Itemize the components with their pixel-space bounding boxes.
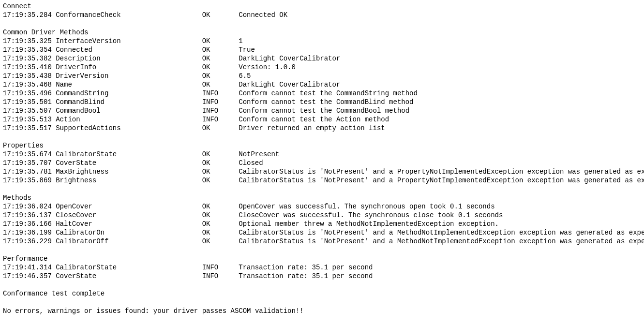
log-status: OK (202, 220, 239, 228)
log-row: 17:19:35.354ConnectedOKTrue (3, 45, 641, 54)
log-status: OK (202, 202, 239, 211)
log-row: 17:19:36.166HaltCoverOKOptional member t… (3, 220, 641, 228)
log-message: Conform cannot test the CommandString me… (239, 89, 418, 97)
log-status: OK (202, 211, 239, 220)
log-row: 17:19:36.199CalibratorOnOKCalibratorStat… (3, 228, 641, 237)
log-timestamp: 17:19:36.137 (3, 211, 56, 220)
log-row: 17:19:36.137CloseCoverOKCloseCover was s… (3, 211, 641, 220)
blank-line (3, 19, 641, 28)
log-message: CalibratorStatus is 'NotPresent' and a P… (239, 168, 644, 176)
log-row: 17:19:35.869BrightnessOKCalibratorStatus… (3, 176, 641, 185)
log-item-name: CalibratorState (56, 263, 202, 272)
log-item-name: CommandBool (56, 106, 202, 115)
log-status: OK (202, 54, 239, 63)
log-row: 17:19:35.468NameOKDarkLight CoverCalibra… (3, 80, 641, 89)
log-item-name: MaxBrightness (56, 167, 202, 176)
blank-line (3, 246, 641, 254)
blank-line (3, 298, 641, 307)
log-timestamp: 17:19:35.501 (3, 98, 56, 106)
blank-line (3, 133, 641, 141)
log-timestamp: 17:19:35.707 (3, 159, 56, 167)
log-status: OK (202, 176, 239, 185)
log-result: No errors, warnings or issues found: you… (3, 307, 641, 315)
log-message: CalibratorStatus is 'NotPresent' and a M… (239, 237, 644, 245)
blank-line (3, 281, 641, 289)
log-timestamp: 17:19:35.496 (3, 89, 56, 98)
log-item-name: SupportedActions (56, 124, 202, 133)
log-row: 17:19:35.501CommandBlindINFOConform cann… (3, 98, 641, 106)
section-header: Properties (3, 141, 641, 150)
log-status: INFO (202, 98, 239, 106)
log-item-name: Name (56, 80, 202, 89)
log-item-name: Description (56, 54, 202, 63)
log-message: Conform cannot test the CommandBlind met… (239, 98, 413, 106)
log-timestamp: 17:19:46.357 (3, 272, 56, 281)
log-row: 17:19:36.024OpenCoverOKOpenCover was suc… (3, 202, 641, 211)
log-row: 17:19:35.284ConformanceCheckOKConnected … (3, 11, 641, 19)
log-item-name: Brightness (56, 176, 202, 185)
log-item-name: DriverVersion (56, 72, 202, 80)
log-item-name: CommandBlind (56, 98, 202, 106)
log-row: 17:19:35.513ActionINFOConform cannot tes… (3, 115, 641, 124)
log-message: Transaction rate: 35.1 per second (239, 272, 373, 280)
log-status: OK (202, 237, 239, 246)
log-status: OK (202, 150, 239, 159)
log-message: OpenCover was successful. The synchronou… (239, 203, 494, 210)
log-timestamp: 17:19:35.325 (3, 37, 56, 45)
log-row: 17:19:35.325InterfaceVersionOK1 (3, 37, 641, 45)
log-item-name: CoverState (56, 159, 202, 167)
log-message: NotPresent (239, 150, 279, 158)
log-timestamp: 17:19:35.781 (3, 167, 56, 176)
log-status: INFO (202, 89, 239, 98)
log-item-name: CalibratorOn (56, 228, 202, 237)
log-timestamp: 17:19:35.517 (3, 124, 56, 133)
log-status: OK (202, 167, 239, 176)
log-item-name: CalibratorOff (56, 237, 202, 246)
log-message: 1 (239, 37, 242, 45)
log-message: CalibratorStatus is 'NotPresent' and a M… (239, 229, 644, 236)
section-header: Performance (3, 254, 641, 263)
log-complete: Conformance test complete (3, 289, 641, 298)
log-row: 17:19:46.357CoverStateINFOTransaction ra… (3, 272, 641, 281)
log-item-name: Action (56, 115, 202, 124)
log-item-name: Connected (56, 45, 202, 54)
log-row: 17:19:35.410DriverInfoOKVersion: 1.0.0 (3, 63, 641, 72)
log-timestamp: 17:19:35.284 (3, 11, 56, 19)
log-message: Version: 1.0.0 (239, 63, 296, 71)
log-item-name: ConformanceCheck (56, 11, 202, 19)
log-status: INFO (202, 263, 239, 272)
log-message: Closed (239, 159, 263, 167)
log-message: Connected OK (239, 11, 287, 19)
log-row: 17:19:36.229CalibratorOffOKCalibratorSta… (3, 237, 641, 246)
log-item-name: HaltCover (56, 220, 202, 228)
log-timestamp: 17:19:36.199 (3, 228, 56, 237)
log-row: 17:19:35.707CoverStateOKClosed (3, 159, 641, 167)
log-row: 17:19:35.382DescriptionOKDarkLight Cover… (3, 54, 641, 63)
log-message: True (239, 46, 255, 54)
log-status: INFO (202, 106, 239, 115)
log-timestamp: 17:19:35.438 (3, 72, 56, 80)
log-row: 17:19:35.438DriverVersionOK6.5 (3, 72, 641, 80)
log-timestamp: 17:19:36.229 (3, 237, 56, 246)
log-item-name: InterfaceVersion (56, 37, 202, 45)
log-message: DarkLight CoverCalibrator (239, 81, 340, 89)
log-status: OK (202, 72, 239, 80)
log-item-name: DriverInfo (56, 63, 202, 72)
log-timestamp: 17:19:35.674 (3, 150, 56, 159)
log-timestamp: 17:19:35.869 (3, 176, 56, 185)
log-message: CloseCover was successful. The synchrono… (239, 211, 503, 219)
log-item-name: CommandString (56, 89, 202, 98)
log-message: Optional member threw a MethodNotImpleme… (239, 220, 499, 228)
section-header: Connect (3, 2, 641, 11)
log-row: 17:19:35.781MaxBrightnessOKCalibratorSta… (3, 167, 641, 176)
log-message: CalibratorStatus is 'NotPresent' and a P… (239, 177, 644, 184)
log-status: INFO (202, 115, 239, 124)
log-message: Driver returned an empty action list (239, 124, 385, 132)
log-timestamp: 17:19:35.410 (3, 63, 56, 72)
log-timestamp: 17:19:35.354 (3, 45, 56, 54)
section-header: Common Driver Methods (3, 28, 641, 37)
conformance-log: Connect17:19:35.284ConformanceCheckOKCon… (0, 0, 644, 317)
log-status: OK (202, 228, 239, 237)
log-status: OK (202, 80, 239, 89)
log-row: 17:19:35.674CalibratorStateOKNotPresent (3, 150, 641, 159)
